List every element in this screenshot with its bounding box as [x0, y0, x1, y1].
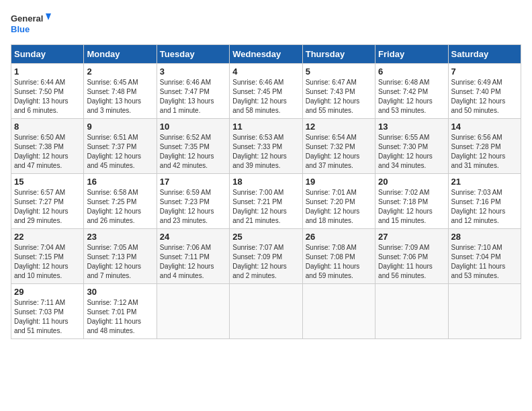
day-info: Sunrise: 7:11 AM Sunset: 7:03 PM Dayligh… [14, 298, 81, 336]
day-info: Sunrise: 6:50 AM Sunset: 7:38 PM Dayligh… [14, 133, 81, 171]
day-number: 9 [87, 122, 153, 132]
day-cell-25: 25 Sunrise: 7:07 AM Sunset: 7:09 PM Dayl… [230, 229, 302, 284]
day-info: Sunrise: 6:56 AM Sunset: 7:28 PM Dayligh… [451, 133, 518, 171]
day-info: Sunrise: 7:06 AM Sunset: 7:11 PM Dayligh… [160, 243, 226, 281]
day-info: Sunrise: 6:55 AM Sunset: 7:30 PM Dayligh… [378, 133, 445, 171]
day-number: 6 [378, 66, 445, 77]
day-number: 18 [232, 177, 299, 187]
day-number: 1 [14, 66, 81, 77]
day-number: 5 [306, 66, 372, 77]
day-number: 12 [306, 122, 372, 132]
day-number: 10 [160, 122, 226, 132]
day-number: 24 [160, 232, 226, 242]
day-info: Sunrise: 6:58 AM Sunset: 7:25 PM Dayligh… [87, 188, 153, 226]
calendar-table: SundayMondayTuesdayWednesdayThursdayFrid… [11, 44, 521, 339]
day-cell-3: 3 Sunrise: 6:46 AM Sunset: 7:47 PM Dayli… [157, 64, 229, 119]
day-info: Sunrise: 7:02 AM Sunset: 7:18 PM Dayligh… [378, 188, 445, 226]
day-number: 29 [14, 287, 81, 297]
day-cell-17: 17 Sunrise: 6:59 AM Sunset: 7:23 PM Dayl… [157, 174, 229, 229]
empty-cell [448, 284, 521, 339]
day-info: Sunrise: 7:03 AM Sunset: 7:16 PM Dayligh… [451, 188, 518, 226]
day-info: Sunrise: 6:48 AM Sunset: 7:42 PM Dayligh… [378, 78, 445, 116]
day-info: Sunrise: 7:09 AM Sunset: 7:06 PM Dayligh… [378, 243, 445, 281]
day-cell-18: 18 Sunrise: 7:00 AM Sunset: 7:21 PM Dayl… [230, 174, 302, 229]
day-cell-28: 28 Sunrise: 7:10 AM Sunset: 7:04 PM Dayl… [448, 229, 521, 284]
day-info: Sunrise: 6:54 AM Sunset: 7:32 PM Dayligh… [306, 133, 372, 171]
day-number: 22 [14, 232, 81, 242]
day-info: Sunrise: 7:07 AM Sunset: 7:09 PM Dayligh… [232, 243, 299, 281]
day-cell-24: 24 Sunrise: 7:06 AM Sunset: 7:11 PM Dayl… [157, 229, 229, 284]
day-header-friday: Friday [375, 45, 448, 64]
calendar-week-2: 15 Sunrise: 6:57 AM Sunset: 7:27 PM Dayl… [11, 174, 521, 229]
day-cell-21: 21 Sunrise: 7:03 AM Sunset: 7:16 PM Dayl… [448, 174, 521, 229]
svg-text:General: General [11, 13, 43, 24]
day-number: 21 [451, 177, 518, 187]
day-number: 23 [87, 232, 153, 242]
day-number: 2 [87, 66, 153, 77]
day-cell-23: 23 Sunrise: 7:05 AM Sunset: 7:13 PM Dayl… [84, 229, 157, 284]
day-info: Sunrise: 6:47 AM Sunset: 7:43 PM Dayligh… [306, 78, 372, 116]
day-number: 19 [306, 177, 372, 187]
calendar-week-1: 8 Sunrise: 6:50 AM Sunset: 7:38 PM Dayli… [11, 119, 521, 174]
day-number: 3 [160, 66, 226, 77]
day-cell-16: 16 Sunrise: 6:58 AM Sunset: 7:25 PM Dayl… [84, 174, 157, 229]
day-number: 14 [451, 122, 518, 132]
day-header-sunday: Sunday [11, 45, 84, 64]
day-number: 7 [451, 66, 518, 77]
day-info: Sunrise: 6:57 AM Sunset: 7:27 PM Dayligh… [14, 188, 81, 226]
day-cell-29: 29 Sunrise: 7:11 AM Sunset: 7:03 PM Dayl… [11, 284, 84, 339]
day-info: Sunrise: 6:49 AM Sunset: 7:40 PM Dayligh… [451, 78, 518, 116]
day-number: 13 [378, 122, 445, 132]
day-cell-26: 26 Sunrise: 7:08 AM Sunset: 7:08 PM Dayl… [302, 229, 375, 284]
day-cell-6: 6 Sunrise: 6:48 AM Sunset: 7:42 PM Dayli… [375, 64, 448, 119]
day-cell-9: 9 Sunrise: 6:51 AM Sunset: 7:37 PM Dayli… [84, 119, 157, 174]
empty-cell [230, 284, 302, 339]
day-info: Sunrise: 7:10 AM Sunset: 7:04 PM Dayligh… [451, 243, 518, 281]
day-cell-5: 5 Sunrise: 6:47 AM Sunset: 7:43 PM Dayli… [302, 64, 375, 119]
day-info: Sunrise: 6:44 AM Sunset: 7:50 PM Dayligh… [14, 78, 81, 116]
calendar-week-0: 1 Sunrise: 6:44 AM Sunset: 7:50 PM Dayli… [11, 64, 521, 119]
day-number: 8 [14, 122, 81, 132]
day-number: 17 [160, 177, 226, 187]
day-cell-11: 11 Sunrise: 6:53 AM Sunset: 7:33 PM Dayl… [230, 119, 302, 174]
day-number: 30 [87, 287, 153, 297]
svg-text:Blue: Blue [11, 24, 30, 34]
day-header-thursday: Thursday [302, 45, 375, 64]
day-cell-22: 22 Sunrise: 7:04 AM Sunset: 7:15 PM Dayl… [11, 229, 84, 284]
day-headers-row: SundayMondayTuesdayWednesdayThursdayFrid… [11, 45, 521, 64]
empty-cell [157, 284, 229, 339]
day-number: 28 [451, 232, 518, 242]
day-number: 16 [87, 177, 153, 187]
empty-cell [375, 284, 448, 339]
day-info: Sunrise: 6:45 AM Sunset: 7:48 PM Dayligh… [87, 78, 153, 116]
day-cell-4: 4 Sunrise: 6:46 AM Sunset: 7:45 PM Dayli… [230, 64, 302, 119]
day-header-tuesday: Tuesday [157, 45, 229, 64]
day-cell-15: 15 Sunrise: 6:57 AM Sunset: 7:27 PM Dayl… [11, 174, 84, 229]
day-info: Sunrise: 6:59 AM Sunset: 7:23 PM Dayligh… [160, 188, 226, 226]
day-cell-13: 13 Sunrise: 6:55 AM Sunset: 7:30 PM Dayl… [375, 119, 448, 174]
day-cell-19: 19 Sunrise: 7:01 AM Sunset: 7:20 PM Dayl… [302, 174, 375, 229]
day-info: Sunrise: 6:46 AM Sunset: 7:45 PM Dayligh… [232, 78, 299, 116]
empty-cell [302, 284, 375, 339]
day-info: Sunrise: 6:52 AM Sunset: 7:35 PM Dayligh… [160, 133, 226, 171]
day-header-saturday: Saturday [448, 45, 521, 64]
day-info: Sunrise: 7:08 AM Sunset: 7:08 PM Dayligh… [306, 243, 372, 281]
day-info: Sunrise: 7:12 AM Sunset: 7:01 PM Dayligh… [87, 298, 153, 336]
day-info: Sunrise: 7:05 AM Sunset: 7:13 PM Dayligh… [87, 243, 153, 281]
day-number: 15 [14, 177, 81, 187]
day-info: Sunrise: 6:51 AM Sunset: 7:37 PM Dayligh… [87, 133, 153, 171]
day-info: Sunrise: 6:46 AM Sunset: 7:47 PM Dayligh… [160, 78, 226, 116]
logo-svg: General Blue [11, 11, 51, 38]
day-info: Sunrise: 7:00 AM Sunset: 7:21 PM Dayligh… [232, 188, 299, 226]
day-info: Sunrise: 7:04 AM Sunset: 7:15 PM Dayligh… [14, 243, 81, 281]
day-cell-12: 12 Sunrise: 6:54 AM Sunset: 7:32 PM Dayl… [302, 119, 375, 174]
svg-marker-2 [46, 13, 51, 20]
day-cell-7: 7 Sunrise: 6:49 AM Sunset: 7:40 PM Dayli… [448, 64, 521, 119]
day-number: 11 [232, 122, 299, 132]
day-info: Sunrise: 7:01 AM Sunset: 7:20 PM Dayligh… [306, 188, 372, 226]
day-cell-14: 14 Sunrise: 6:56 AM Sunset: 7:28 PM Dayl… [448, 119, 521, 174]
day-number: 27 [378, 232, 445, 242]
page-header: General Blue [11, 11, 521, 38]
day-info: Sunrise: 6:53 AM Sunset: 7:33 PM Dayligh… [232, 133, 299, 171]
calendar-week-4: 29 Sunrise: 7:11 AM Sunset: 7:03 PM Dayl… [11, 284, 521, 339]
